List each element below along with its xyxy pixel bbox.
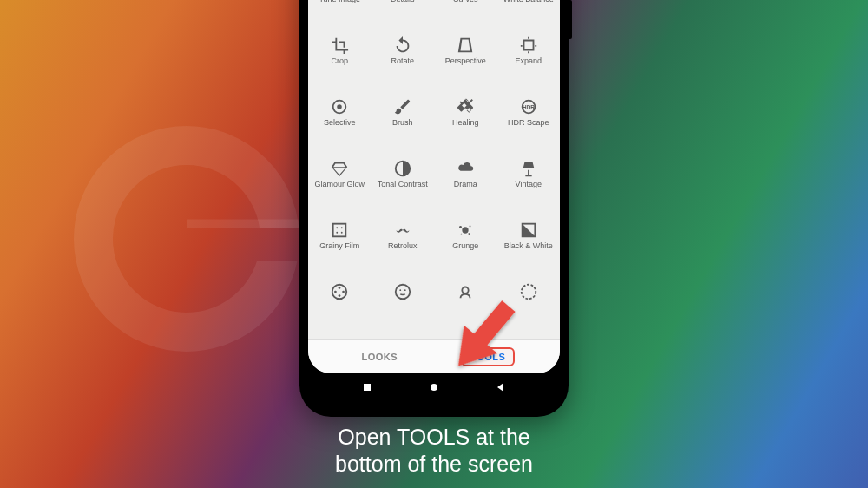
svg-point-31 — [431, 384, 437, 391]
tool-black-white[interactable]: Black & White — [497, 215, 561, 273]
instruction-caption: Open TOOLS at the bottom of the screen — [260, 424, 608, 478]
tool-label: Vintage — [516, 181, 542, 189]
tool-head-pose[interactable] — [434, 277, 497, 334]
tool-selective[interactable]: Selective — [308, 92, 372, 149]
tool-lens-blur[interactable] — [497, 277, 561, 334]
app-screen: Tune Image Details Curves White Balance … — [308, 0, 560, 373]
tool-drama[interactable]: Drama — [434, 154, 497, 211]
tool-label: Retrolux — [388, 242, 418, 251]
tool-glamour-glow[interactable]: Glamour Glow — [308, 154, 372, 211]
tool-portrait[interactable] — [372, 277, 435, 334]
crop-icon — [330, 36, 349, 55]
tool-crop[interactable]: Crop — [308, 30, 372, 88]
face-icon — [393, 282, 412, 301]
tool-label: Glamour Glow — [314, 181, 365, 189]
phone-side-button — [569, 0, 572, 39]
tool-vintage[interactable]: Vintage — [497, 154, 561, 211]
svg-point-10 — [337, 227, 339, 228]
svg-point-15 — [459, 226, 462, 228]
svg-point-26 — [399, 289, 401, 291]
perspective-icon — [456, 36, 475, 55]
svg-point-23 — [339, 294, 341, 297]
svg-point-13 — [341, 232, 343, 234]
tool-tune-image[interactable]: Tune Image — [308, 0, 372, 26]
diamond-icon — [330, 159, 349, 178]
tool-rotate[interactable]: Rotate — [372, 30, 435, 88]
brush-icon — [393, 97, 412, 116]
tool-label: White Balance — [503, 0, 554, 4]
tool-hdr-scape[interactable]: HDR HDR Scape — [497, 92, 561, 149]
tool-label: Selective — [324, 119, 356, 128]
tab-looks[interactable]: LOOKS — [353, 348, 407, 366]
svg-point-25 — [396, 285, 411, 300]
hdr-icon: HDR — [519, 97, 538, 116]
tool-perspective[interactable]: Perspective — [434, 30, 497, 88]
svg-point-18 — [461, 234, 463, 235]
tool-details[interactable]: Details — [372, 0, 435, 26]
tab-tools[interactable]: TOOLS — [461, 347, 515, 366]
svg-point-16 — [470, 226, 471, 228]
tool-label: Tune Image — [319, 0, 360, 4]
svg-rect-30 — [364, 384, 371, 391]
tool-white-balance[interactable]: White Balance — [497, 0, 561, 26]
tool-label: Tonal Contrast — [378, 181, 428, 189]
nav-back-button[interactable] — [494, 380, 508, 398]
healing-icon — [456, 97, 475, 116]
svg-text:HDR: HDR — [523, 104, 535, 110]
svg-point-11 — [341, 227, 343, 228]
tool-curves[interactable]: Curves — [434, 0, 497, 26]
svg-point-5 — [338, 104, 343, 109]
tool-label: Drama — [454, 181, 477, 189]
lamp-icon — [519, 159, 538, 178]
contrast-icon — [393, 159, 412, 178]
phone-frame: Tune Image Details Curves White Balance … — [299, 0, 569, 417]
splatter-icon — [456, 221, 475, 240]
tool-expand[interactable]: Expand — [497, 30, 561, 88]
tool-retrolux[interactable]: Retrolux — [372, 215, 435, 273]
tool-healing[interactable]: Healing — [434, 92, 497, 149]
tool-grainy-film[interactable]: Grainy Film — [308, 215, 372, 273]
tool-label: Expand — [515, 57, 542, 66]
android-navbar — [308, 373, 560, 405]
tool-label: Rotate — [391, 57, 414, 66]
svg-rect-9 — [333, 224, 346, 237]
svg-point-14 — [463, 227, 469, 233]
svg-point-24 — [334, 291, 337, 293]
svg-point-12 — [337, 232, 339, 234]
svg-point-28 — [463, 287, 469, 293]
tool-label: Black & White — [504, 242, 553, 251]
reel-icon — [330, 282, 349, 301]
tool-label: Details — [391, 0, 415, 4]
film-icon — [330, 221, 349, 240]
head-icon — [456, 282, 475, 301]
cloud-icon — [456, 159, 475, 178]
mustache-icon — [393, 221, 412, 240]
tool-label: Brush — [392, 119, 413, 128]
svg-point-27 — [404, 289, 406, 291]
tool-label: Healing — [452, 119, 479, 128]
tool-label: HDR Scape — [508, 119, 549, 128]
selective-icon — [330, 97, 349, 116]
tool-label: Curves — [453, 0, 478, 4]
svg-point-21 — [339, 287, 341, 289]
svg-point-29 — [522, 285, 536, 300]
tool-label: Perspective — [445, 57, 486, 66]
tool-grunge[interactable]: Grunge — [434, 215, 497, 273]
rotate-icon — [393, 36, 412, 55]
tool-noir[interactable] — [308, 277, 372, 334]
tool-label: Grunge — [452, 242, 478, 251]
google-g-watermark — [74, 126, 299, 352]
tools-grid: Tune Image Details Curves White Balance … — [308, 0, 560, 339]
tool-brush[interactable]: Brush — [372, 92, 435, 149]
svg-point-22 — [342, 291, 345, 293]
expand-icon — [519, 36, 538, 55]
tool-tonal-contrast[interactable]: Tonal Contrast — [372, 154, 435, 211]
bw-icon — [519, 221, 538, 240]
bottom-tab-bar: LOOKS TOOLS — [308, 339, 560, 373]
tool-label: Crop — [331, 57, 348, 66]
nav-home-button[interactable] — [427, 380, 441, 398]
aperture-icon — [519, 282, 538, 301]
tool-label: Grainy Film — [319, 242, 359, 251]
nav-recent-button[interactable] — [360, 380, 374, 398]
svg-point-17 — [468, 233, 470, 235]
